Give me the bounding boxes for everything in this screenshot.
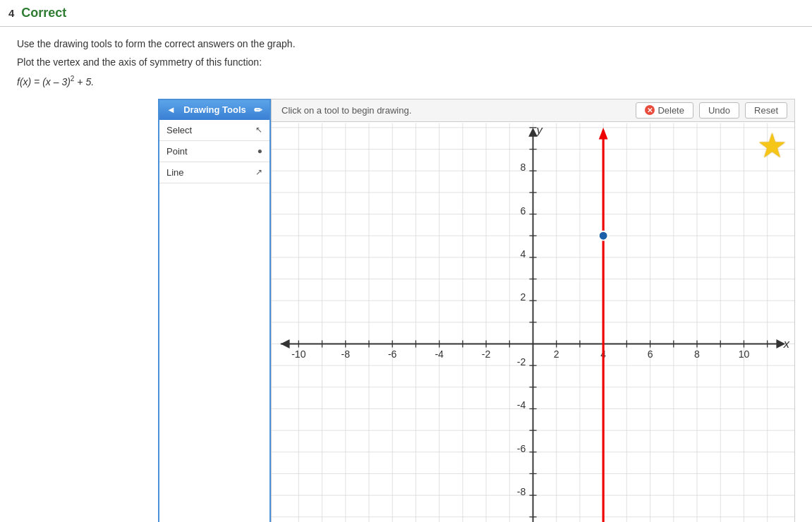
svg-text:4: 4 [520,248,526,260]
main-area: ◄ Drawing Tools ✏ Select ↖ Point ● Line … [158,99,795,522]
svg-text:-6: -6 [388,348,397,359]
svg-text:-8: -8 [341,348,351,359]
svg-text:-2: -2 [482,348,491,359]
undo-label: Undo [708,105,730,116]
svg-text:2: 2 [554,348,559,359]
tool-point[interactable]: Point ● [159,141,269,162]
tool-line-label: Line [166,167,184,178]
function-display: f(x) = (x – 3)2 + 5. [17,75,795,87]
y-axis-label: y [536,123,544,136]
svg-text:-8: -8 [517,486,526,497]
instruction-line1: Use the drawing tools to form the correc… [17,38,795,49]
vertex-point [599,231,608,240]
collapse-icon[interactable]: ◄ [166,104,176,115]
drawing-tools-header: ◄ Drawing Tools ✏ [159,100,269,120]
svg-text:-10: -10 [291,348,305,359]
star-icon: ★ [757,129,787,163]
svg-text:-6: -6 [517,442,526,454]
svg-marker-43 [281,339,290,348]
tool-point-label: Point [166,146,188,157]
drawing-tools-panel: ◄ Drawing Tools ✏ Select ↖ Point ● Line … [158,99,271,522]
x-axis-label: x [783,336,790,350]
svg-text:6: 6 [520,205,526,216]
reset-button[interactable]: Reset [745,102,787,119]
axis-of-symmetry-arrow [599,128,608,140]
graph-panel: Click on a tool to begin drawing. ✕ Dele… [271,99,795,522]
graph-svg: -10 -8 -6 -4 -2 2 4 6 8 10 8 6 [272,122,794,522]
undo-button[interactable]: Undo [699,102,739,119]
line-icon: ↗ [255,167,262,177]
drawing-tools-title: Drawing Tools [183,104,246,115]
delete-label: Delete [658,105,684,116]
delete-icon: ✕ [645,105,655,115]
select-icon: ↖ [255,125,262,135]
instruction-line2: Plot the vertex and the axis of symmetry… [17,56,795,68]
point-icon: ● [257,146,262,156]
header-bar: 4 Correct [0,0,812,27]
correct-label: Correct [21,6,66,20]
content-area: Use the drawing tools to form the correc… [0,27,812,522]
reset-label: Reset [754,105,778,116]
tool-select[interactable]: Select ↖ [159,120,269,141]
svg-text:8: 8 [520,162,526,173]
tool-select-label: Select [166,125,192,135]
toolbar-hint: Click on a tool to begin drawing. [279,105,630,116]
graph-svg-container[interactable]: ★ [272,122,794,522]
question-number: 4 [8,7,14,19]
svg-text:-4: -4 [435,348,444,359]
pencil-icon: ✏ [254,104,262,116]
delete-button[interactable]: ✕ Delete [636,102,693,119]
svg-text:8: 8 [694,348,700,359]
svg-text:6: 6 [648,348,653,359]
graph-toolbar: Click on a tool to begin drawing. ✕ Dele… [272,99,794,122]
svg-text:-4: -4 [517,399,526,411]
svg-text:-2: -2 [517,356,526,368]
svg-text:2: 2 [520,291,526,303]
tool-line[interactable]: Line ↗ [159,162,269,183]
svg-text:10: 10 [739,348,750,359]
